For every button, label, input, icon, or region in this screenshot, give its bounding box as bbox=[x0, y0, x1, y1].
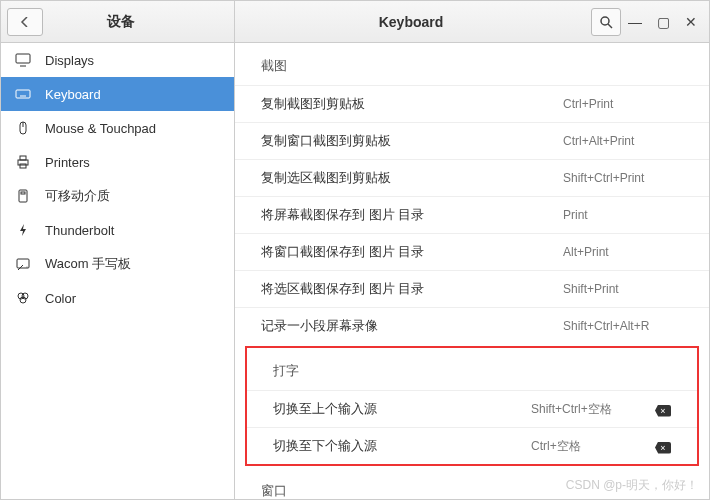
mouse-icon bbox=[15, 120, 31, 136]
section: 截图复制截图到剪贴板Ctrl+Print复制窗口截图到剪贴板Ctrl+Alt+P… bbox=[235, 43, 709, 344]
shortcut-row[interactable]: 复制截图到剪贴板Ctrl+Print bbox=[235, 85, 709, 122]
sidebar-item-keyboard[interactable]: Keyboard bbox=[1, 77, 234, 111]
shortcut-row[interactable]: 复制选区截图到剪贴板Shift+Ctrl+Print bbox=[235, 159, 709, 196]
shortcut-row[interactable]: 记录一小段屏幕录像Shift+Ctrl+Alt+R bbox=[235, 307, 709, 344]
sidebar-item-label: Printers bbox=[45, 155, 90, 170]
sidebar-item-label: Color bbox=[45, 291, 76, 306]
svg-point-0 bbox=[601, 17, 609, 25]
close-icon: ✕ bbox=[685, 14, 697, 30]
shortcut-value: Ctrl+Print bbox=[563, 97, 683, 111]
shortcut-label: 复制选区截图到剪贴板 bbox=[261, 169, 563, 187]
shortcut-label: 复制窗口截图到剪贴板 bbox=[261, 132, 563, 150]
sidebar-title: 设备 bbox=[43, 13, 234, 31]
shortcut-row[interactable]: 将选区截图保存到 图片 目录Shift+Print bbox=[235, 270, 709, 307]
sidebar-item-label: Displays bbox=[45, 53, 94, 68]
titlebar: 设备 Keyboard — ▢ ✕ bbox=[1, 1, 709, 43]
tablet-icon bbox=[15, 256, 31, 272]
shortcut-row[interactable]: 切换至上个输入源Shift+Ctrl+空格× bbox=[247, 390, 697, 427]
search-icon bbox=[599, 15, 613, 29]
sidebar-item-color[interactable]: Color bbox=[1, 281, 234, 315]
section-header: 截图 bbox=[235, 43, 709, 85]
shortcut-value: Shift+Ctrl+空格 bbox=[531, 401, 651, 418]
shortcut-label: 记录一小段屏幕录像 bbox=[261, 317, 563, 335]
shortcut-value: Shift+Print bbox=[563, 282, 683, 296]
clear-shortcut-button[interactable]: × bbox=[651, 402, 671, 417]
sidebar-item-mouse[interactable]: Mouse & Touchpad bbox=[1, 111, 234, 145]
shortcut-row[interactable]: 将屏幕截图保存到 图片 目录Print bbox=[235, 196, 709, 233]
sidebar-item-removable[interactable]: 可移动介质 bbox=[1, 179, 234, 213]
thunderbolt-icon bbox=[15, 222, 31, 238]
svg-rect-12 bbox=[20, 156, 26, 160]
svg-rect-15 bbox=[21, 192, 25, 194]
section: 打字切换至上个输入源Shift+Ctrl+空格×切换至下个输入源Ctrl+空格× bbox=[245, 346, 699, 466]
section-header: 打字 bbox=[247, 348, 697, 390]
sidebar-item-label: Keyboard bbox=[45, 87, 101, 102]
shortcut-value: Shift+Ctrl+Print bbox=[563, 171, 683, 185]
shortcut-label: 将选区截图保存到 图片 目录 bbox=[261, 280, 563, 298]
page-title: Keyboard bbox=[235, 14, 587, 30]
content-area[interactable]: 截图复制截图到剪贴板Ctrl+Print复制窗口截图到剪贴板Ctrl+Alt+P… bbox=[235, 43, 709, 499]
sidebar-item-label: Mouse & Touchpad bbox=[45, 121, 156, 136]
shortcut-value: Alt+Print bbox=[563, 245, 683, 259]
sidebar-item-label: 可移动介质 bbox=[45, 187, 110, 205]
printer-icon bbox=[15, 154, 31, 170]
shortcut-label: 将屏幕截图保存到 图片 目录 bbox=[261, 206, 563, 224]
sidebar-item-thunderbolt[interactable]: Thunderbolt bbox=[1, 213, 234, 247]
svg-rect-2 bbox=[16, 54, 30, 63]
shortcut-value: Ctrl+Alt+Print bbox=[563, 134, 683, 148]
shortcut-value: Print bbox=[563, 208, 683, 222]
svg-line-1 bbox=[608, 24, 612, 28]
color-icon bbox=[15, 290, 31, 306]
shortcut-value: Shift+Ctrl+Alt+R bbox=[563, 319, 683, 333]
clear-shortcut-button[interactable]: × bbox=[651, 439, 671, 454]
minimize-button[interactable]: — bbox=[621, 8, 649, 36]
sidebar: DisplaysKeyboardMouse & TouchpadPrinters… bbox=[1, 43, 235, 499]
shortcut-value: Ctrl+空格 bbox=[531, 438, 651, 455]
minimize-icon: — bbox=[628, 14, 642, 30]
back-button[interactable] bbox=[7, 8, 43, 36]
sidebar-item-label: Thunderbolt bbox=[45, 223, 114, 238]
close-button[interactable]: ✕ bbox=[677, 8, 705, 36]
svg-rect-4 bbox=[16, 90, 30, 98]
shortcut-row[interactable]: 切换至下个输入源Ctrl+空格× bbox=[247, 427, 697, 464]
shortcut-label: 将窗口截图保存到 图片 目录 bbox=[261, 243, 563, 261]
removable-icon bbox=[15, 188, 31, 204]
shortcut-row[interactable]: 复制窗口截图到剪贴板Ctrl+Alt+Print bbox=[235, 122, 709, 159]
maximize-icon: ▢ bbox=[657, 14, 670, 30]
shortcut-row[interactable]: 将窗口截图保存到 图片 目录Alt+Print bbox=[235, 233, 709, 270]
search-button[interactable] bbox=[591, 8, 621, 36]
sidebar-item-display[interactable]: Displays bbox=[1, 43, 234, 77]
watermark: CSDN @p-明天，你好！ bbox=[566, 477, 698, 494]
backspace-icon: × bbox=[655, 442, 671, 454]
backspace-icon: × bbox=[655, 405, 671, 417]
keyboard-icon bbox=[15, 86, 31, 102]
display-icon bbox=[15, 52, 31, 68]
svg-point-17 bbox=[27, 267, 28, 268]
sidebar-item-label: Wacom 手写板 bbox=[45, 255, 131, 273]
maximize-button[interactable]: ▢ bbox=[649, 8, 677, 36]
sidebar-item-printer[interactable]: Printers bbox=[1, 145, 234, 179]
shortcut-label: 复制截图到剪贴板 bbox=[261, 95, 563, 113]
sidebar-item-tablet[interactable]: Wacom 手写板 bbox=[1, 247, 234, 281]
shortcut-label: 切换至上个输入源 bbox=[273, 400, 531, 418]
shortcut-label: 切换至下个输入源 bbox=[273, 437, 531, 455]
chevron-left-icon bbox=[20, 17, 30, 27]
